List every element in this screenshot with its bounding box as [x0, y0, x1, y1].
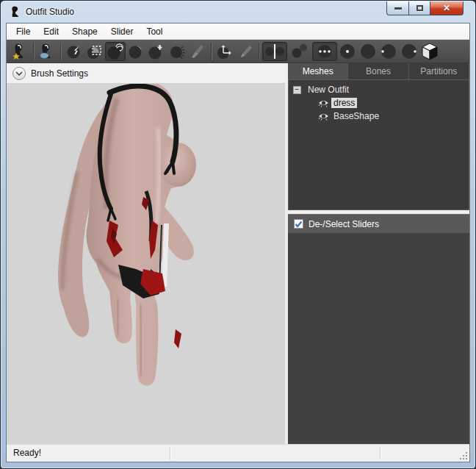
maximize-icon: [416, 5, 423, 11]
status-separator: [170, 447, 170, 459]
tree-root-row[interactable]: − New Outfit: [293, 83, 469, 96]
load-project-button[interactable]: [37, 42, 57, 61]
resize-grip[interactable]: [458, 451, 468, 460]
connected-only-toggle[interactable]: [287, 42, 312, 61]
client-area: File Edit Shape Slider Tool: [6, 23, 470, 462]
menu-tool[interactable]: Tool: [140, 24, 169, 39]
status-text: Ready!: [13, 448, 41, 458]
brush-falloff-none-button[interactable]: [358, 42, 378, 61]
title-bar[interactable]: Outfit Studio ✕: [1, 1, 475, 23]
slider-list-area[interactable]: [288, 233, 469, 444]
visibility-eye-icon[interactable]: [318, 112, 329, 121]
toolbar-separator: [33, 43, 34, 60]
close-button[interactable]: ✕: [430, 1, 464, 15]
transform-tool-button[interactable]: [214, 42, 235, 61]
vertex-edit-button[interactable]: [235, 42, 256, 61]
deselect-sliders-label: De-/Select Sliders: [309, 219, 379, 229]
collapse-icon[interactable]: −: [293, 86, 301, 94]
check-icon: [295, 221, 303, 228]
menu-slider[interactable]: Slider: [104, 24, 140, 39]
main-area: Brush Settings: [7, 63, 469, 444]
new-project-icon: [11, 43, 29, 60]
maximize-button[interactable]: [408, 1, 430, 15]
close-icon: ✕: [443, 4, 450, 12]
tree-item-dress[interactable]: dress: [293, 96, 469, 110]
global-brush-collision-toggle[interactable]: [312, 42, 337, 61]
visibility-eye-icon[interactable]: [318, 99, 329, 107]
global-brush-collision-icon: [314, 43, 336, 60]
minimize-icon: [394, 7, 402, 10]
deselect-sliders-checkbox[interactable]: [294, 219, 303, 229]
chevron-down-icon: [15, 71, 23, 76]
select-tool-icon: [65, 43, 83, 60]
menu-edit[interactable]: Edit: [37, 24, 65, 39]
brush-falloff-right-icon: [400, 42, 419, 61]
toolbar-separator: [259, 43, 259, 60]
textured-view-button[interactable]: [419, 42, 440, 61]
deselect-sliders-bar: De-/Select Sliders: [288, 214, 469, 233]
meshes-tree: − New Outfit dress: [288, 79, 469, 210]
brush-falloff-left-button[interactable]: [378, 42, 399, 61]
mask-brush-button[interactable]: [84, 42, 105, 61]
transform-tool-icon: [216, 43, 234, 60]
textured-view-icon: [420, 42, 439, 61]
minimize-button[interactable]: [386, 1, 408, 15]
window-title: Outfit Studio: [26, 1, 74, 23]
menu-shape[interactable]: Shape: [65, 24, 104, 39]
deflate-brush-icon: [127, 43, 145, 60]
brush-falloff-left-icon: [379, 42, 398, 61]
app-icon: [10, 6, 21, 18]
brush-falloff-right-button[interactable]: [399, 42, 419, 61]
smooth-brush-icon: [168, 43, 186, 60]
left-pane: Brush Settings: [7, 63, 285, 444]
toolbar: [7, 40, 469, 63]
new-project-button[interactable]: [10, 42, 30, 61]
connected-only-icon: [289, 43, 311, 60]
status-separator: [380, 447, 381, 459]
move-brush-button[interactable]: [146, 42, 167, 61]
deflate-brush-button[interactable]: [126, 42, 146, 61]
tree-root-label: New Outfit: [306, 85, 351, 95]
tree-item-label-baseshape[interactable]: BaseShape: [331, 111, 381, 121]
x-mirror-toggle[interactable]: [262, 42, 287, 61]
toolbar-separator: [211, 43, 212, 60]
select-tool-button[interactable]: [64, 42, 84, 61]
move-brush-icon: [148, 43, 165, 60]
menu-bar: File Edit Shape Slider Tool: [7, 24, 469, 40]
brush-settings-header[interactable]: Brush Settings: [7, 63, 285, 84]
right-pane: Meshes Bones Partitions − New Outfit: [288, 63, 469, 444]
weight-brush-button[interactable]: [187, 42, 208, 61]
model-3d: [7, 84, 285, 444]
x-mirror-icon: [264, 43, 286, 60]
brush-falloff-none-icon: [358, 42, 378, 61]
status-bar: Ready!: [7, 444, 469, 462]
tree-item-baseshape[interactable]: BaseShape: [293, 110, 469, 123]
panel-tabs: Meshes Bones Partitions: [288, 63, 469, 79]
tab-partitions[interactable]: Partitions: [409, 63, 469, 79]
brush-falloff-center-icon: [338, 42, 357, 61]
brush-settings-collapse-button[interactable]: [12, 67, 26, 80]
tree-item-label-dress[interactable]: dress: [331, 98, 357, 108]
tab-meshes[interactable]: Meshes: [288, 63, 348, 79]
viewport-3d[interactable]: [7, 84, 285, 444]
mask-brush-icon: [86, 43, 104, 60]
toolbar-separator: [60, 43, 61, 60]
smooth-brush-button[interactable]: [167, 42, 187, 61]
menu-file[interactable]: File: [10, 24, 37, 39]
vertex-edit-icon: [237, 43, 254, 60]
brush-falloff-center-button[interactable]: [337, 42, 358, 61]
weight-brush-icon: [189, 43, 206, 60]
tab-bones[interactable]: Bones: [348, 63, 408, 79]
inflate-brush-icon: [107, 43, 124, 60]
load-project-icon: [38, 43, 56, 60]
brush-settings-label: Brush Settings: [31, 68, 88, 79]
inflate-brush-button[interactable]: [105, 42, 126, 61]
app-window: Outfit Studio ✕ File Edit Shape Slider T…: [0, 0, 476, 469]
